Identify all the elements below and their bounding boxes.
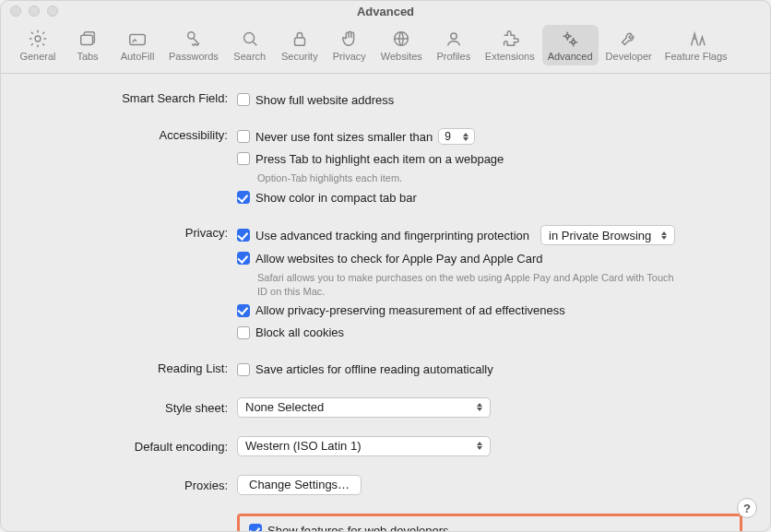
puzzle-icon xyxy=(500,29,520,49)
svg-rect-2 xyxy=(130,34,146,44)
tracking-mode-select[interactable]: in Private Browsing xyxy=(540,225,675,245)
search-icon xyxy=(240,29,260,49)
show-developer-features-checkbox[interactable] xyxy=(249,524,262,532)
tab-security[interactable]: Security xyxy=(276,25,324,65)
titlebar: Advanced xyxy=(1,1,770,21)
min-font-size-label: Never use font sizes smaller than xyxy=(255,130,433,144)
ad-measurement-label: Allow privacy-preserving measurement of … xyxy=(255,303,565,317)
default-encoding-label: Default encoding: xyxy=(29,436,237,454)
block-cookies-label: Block all cookies xyxy=(255,325,344,339)
apple-pay-checkbox[interactable] xyxy=(237,252,250,265)
smart-search-label: Smart Search Field: xyxy=(29,90,237,105)
pencil-box-icon xyxy=(127,29,148,49)
min-font-size-checkbox[interactable] xyxy=(237,130,250,143)
preferences-window: Advanced General Tabs AutoFill Passwords… xyxy=(0,0,771,532)
tab-passwords[interactable]: Passwords xyxy=(163,25,224,65)
toolbar: General Tabs AutoFill Passwords Search S… xyxy=(1,21,770,74)
flags-icon xyxy=(686,29,706,49)
proxies-label: Proxies: xyxy=(29,475,237,492)
default-encoding-select[interactable]: Western (ISO Latin 1) xyxy=(237,436,491,456)
tab-feature-flags[interactable]: Feature Flags xyxy=(659,25,733,65)
globe-icon xyxy=(391,29,411,49)
tab-general[interactable]: General xyxy=(14,25,62,65)
lock-icon xyxy=(290,29,310,49)
svg-rect-1 xyxy=(81,35,93,44)
tab-developer[interactable]: Developer xyxy=(600,25,658,65)
tab-profiles[interactable]: Profiles xyxy=(430,25,478,65)
block-cookies-checkbox[interactable] xyxy=(237,326,250,339)
tracking-protection-checkbox[interactable] xyxy=(237,229,250,242)
accessibility-label: Accessibility: xyxy=(29,127,237,142)
tracking-protection-label: Use advanced tracking and fingerprinting… xyxy=(255,229,529,242)
style-sheet-label: Style sheet: xyxy=(29,397,237,415)
help-button[interactable]: ? xyxy=(737,498,757,518)
reading-list-label: Reading List: xyxy=(29,361,237,375)
tab-extensions[interactable]: Extensions xyxy=(480,25,540,65)
hand-icon xyxy=(339,29,360,49)
press-tab-label: Press Tab to highlight each item on a we… xyxy=(255,152,504,166)
chevron-updown-icon xyxy=(661,231,667,240)
save-offline-label: Save articles for offline reading automa… xyxy=(255,362,493,376)
tabs-icon xyxy=(77,29,98,49)
apple-pay-hint: Safari allows you to make purchases on t… xyxy=(237,271,680,298)
tab-advanced[interactable]: Advanced xyxy=(542,25,599,65)
person-icon xyxy=(444,29,464,49)
tab-privacy[interactable]: Privacy xyxy=(326,25,374,65)
apple-pay-label: Allow websites to check for Apple Pay an… xyxy=(255,252,542,266)
privacy-label: Privacy: xyxy=(29,225,237,240)
compact-tab-color-label: Show color in compact tab bar xyxy=(255,191,417,205)
tab-websites[interactable]: Websites xyxy=(375,25,428,65)
svg-rect-5 xyxy=(294,38,304,45)
ad-measurement-checkbox[interactable] xyxy=(237,304,250,317)
developer-highlight: Show features for web developers xyxy=(237,514,742,532)
change-settings-button[interactable]: Change Settings… xyxy=(237,475,362,495)
tab-search[interactable]: Search xyxy=(226,25,274,65)
window-title: Advanced xyxy=(1,5,770,18)
content-area: Smart Search Field: Show full website ad… xyxy=(1,74,770,532)
compact-tab-color-checkbox[interactable] xyxy=(237,191,250,204)
wrench-icon xyxy=(619,29,639,49)
gears-icon xyxy=(560,29,580,49)
svg-point-9 xyxy=(572,41,575,44)
svg-point-8 xyxy=(566,34,570,38)
svg-point-4 xyxy=(243,33,254,43)
svg-point-7 xyxy=(451,33,457,39)
svg-point-0 xyxy=(35,36,41,41)
chevron-updown-icon xyxy=(477,403,482,411)
gear-icon xyxy=(28,29,48,49)
show-developer-features-label: Show features for web developers xyxy=(267,524,449,532)
min-font-size-select[interactable]: 9 xyxy=(438,128,475,145)
show-full-address-label: Show full website address xyxy=(255,93,394,107)
tab-tabs[interactable]: Tabs xyxy=(64,25,112,65)
chevron-updown-icon xyxy=(477,442,482,450)
save-offline-checkbox[interactable] xyxy=(237,363,250,376)
show-full-address-checkbox[interactable] xyxy=(237,93,250,106)
chevron-updown-icon xyxy=(463,133,469,141)
tab-autofill[interactable]: AutoFill xyxy=(113,25,161,65)
key-icon xyxy=(184,29,204,49)
press-tab-checkbox[interactable] xyxy=(237,152,250,165)
press-tab-hint: Option-Tab highlights each item. xyxy=(237,171,742,184)
style-sheet-select[interactable]: None Selected xyxy=(237,397,491,418)
